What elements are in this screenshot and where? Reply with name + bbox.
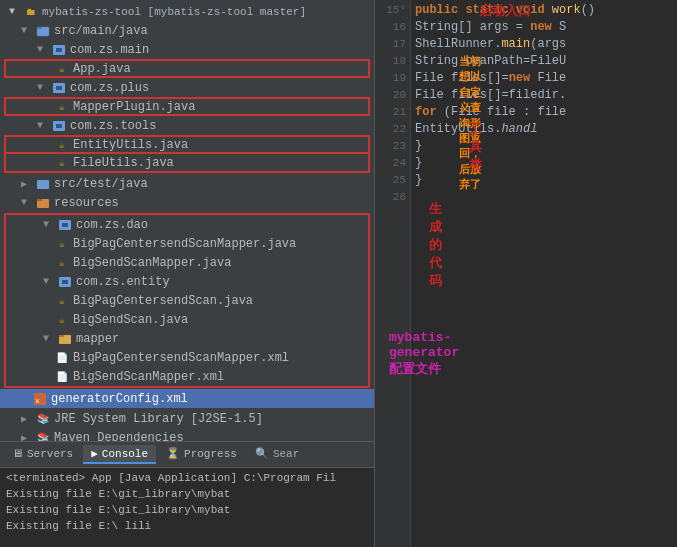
xml-file-icon: 📄 [54, 350, 70, 366]
tree-item-maven-deps[interactable]: ▶ 📚 Maven Dependencies [0, 428, 374, 441]
console-line-2: Existing file E:\git_library\mybat [6, 488, 368, 504]
console-line-3: Existing file E:\git_library\mybat [6, 504, 368, 520]
tree-item-big-pag-entity[interactable]: ☕ BigPagCentersendScan.java [6, 291, 368, 310]
tree-item-jre-lib[interactable]: ▶ 📚 JRE System Library [J2SE-1.5] [0, 409, 374, 428]
tree-item-big-pag-mapper[interactable]: ☕ BigPagCentersendScanMapper.java [6, 234, 368, 253]
code-line-24: } [415, 155, 673, 172]
code-line-16: String[] args = new S [415, 19, 673, 36]
big-pag-entity-label: BigPagCentersendScan.java [73, 294, 253, 308]
code-line-15: public static void work() [415, 2, 673, 19]
console-line-4: Existing file E:\ lili [6, 520, 368, 536]
code-text: public static void work() String[] args … [411, 0, 677, 547]
expand-icon3: ▼ [32, 80, 48, 96]
project-icon: 🖿 [23, 4, 39, 20]
expand-icon: ▼ [16, 23, 32, 39]
code-line-21: for (File file : file [415, 104, 673, 121]
svg-rect-5 [56, 86, 62, 90]
com-zs-entity-label: com.zs.entity [76, 275, 170, 289]
svg-text:x: x [35, 396, 40, 405]
svg-rect-12 [62, 223, 68, 227]
project-tree[interactable]: ▼ 🖿 mybatis-zs-tool [mybatis-zs-tool mas… [0, 0, 374, 441]
console-output: <terminated> App [Java Application] C:\P… [0, 467, 374, 547]
tab-console[interactable]: ▶ Console [83, 445, 156, 464]
big-send-entity-label: BigSendScan.java [73, 313, 188, 327]
resources-icon [35, 195, 51, 211]
svg-rect-1 [37, 27, 42, 29]
src-main-label: src/main/java [54, 24, 148, 38]
tree-item-com-zs-plus[interactable]: ▼ com.zs.plus [0, 78, 374, 97]
bottom-tabs-bar: 🖥 Servers ▶ Console ⏳ Progress 🔍 Sear [0, 441, 374, 467]
svg-rect-8 [37, 180, 49, 189]
tree-item-big-send-mapper[interactable]: ☕ BigSendScanMapper.java [6, 253, 368, 272]
tree-item-generator-config[interactable]: x generatorConfig.xml [0, 389, 374, 408]
package-icon [51, 42, 67, 58]
big-pag-xml-label: BigPagCentersendScanMapper.xml [73, 351, 289, 365]
xml-file-icon2: 📄 [54, 369, 70, 385]
tree-item-src-test[interactable]: ▶ src/test/java [0, 174, 374, 193]
tab-search-label: Sear [273, 448, 299, 460]
tree-item-com-zs-tools[interactable]: ▼ com.zs.tools [0, 116, 374, 135]
code-line-22: EntityUtils.handl [415, 121, 673, 138]
servers-icon: 🖥 [12, 447, 23, 460]
xml-config-icon: x [32, 391, 48, 407]
src-test-label: src/test/java [54, 177, 148, 191]
tree-item-com-zs-main[interactable]: ▼ com.zs.main [0, 40, 374, 59]
com-zs-plus-label: com.zs.plus [70, 81, 149, 95]
expand-icon6: ▼ [16, 195, 32, 211]
package-icon3 [51, 118, 67, 134]
expand-icon8: ▼ [38, 274, 54, 290]
jre-lib-label: JRE System Library [J2SE-1.5] [54, 412, 263, 426]
code-line-25: } [415, 172, 673, 189]
tree-item-big-send-entity[interactable]: ☕ BigSendScan.java [6, 310, 368, 329]
tree-item-resources[interactable]: ▼ resources [0, 193, 374, 212]
tab-search[interactable]: 🔍 Sear [247, 445, 307, 464]
expand-icon7: ▼ [38, 217, 54, 233]
big-send-mapper-label: BigSendScanMapper.java [73, 256, 231, 270]
svg-rect-7 [56, 124, 62, 128]
tree-item-src-main[interactable]: ▼ src/main/java [0, 21, 374, 40]
jre-lib-icon: 📚 [35, 411, 51, 427]
expand-icon11: ▶ [16, 430, 32, 442]
package-icon4 [57, 217, 73, 233]
tree-item-mapper-plugin[interactable]: ☕ MapperPlugin.java [4, 97, 370, 116]
code-line-26 [415, 189, 673, 206]
expand-icon9: ▼ [38, 331, 54, 347]
svg-rect-16 [59, 335, 64, 337]
big-pag-mapper-label: BigPagCentersendScanMapper.java [73, 237, 296, 251]
svg-rect-3 [56, 48, 62, 52]
tree-item-big-pag-xml[interactable]: 📄 BigPagCentersendScanMapper.xml [6, 348, 368, 367]
svg-rect-10 [37, 199, 42, 201]
tree-item-root[interactable]: ▼ 🖿 mybatis-zs-tool [mybatis-zs-tool mas… [0, 2, 374, 21]
tree-item-com-zs-entity[interactable]: ▼ com.zs.entity [6, 272, 368, 291]
resources-label: resources [54, 196, 119, 210]
tree-item-file-utils[interactable]: ☕ FileUtils.java [4, 154, 370, 173]
expand-icon2: ▼ [32, 42, 48, 58]
console-icon: ▶ [91, 447, 98, 460]
java-file-icon7: ☕ [54, 293, 70, 309]
file-utils-label: FileUtils.java [73, 156, 174, 170]
java-file-icon8: ☕ [54, 312, 70, 328]
src-folder-icon [35, 23, 51, 39]
tree-item-app-java[interactable]: ☕ App.java [4, 59, 370, 78]
tree-item-com-zs-dao[interactable]: ▼ com.zs.dao [6, 215, 368, 234]
java-file-icon4: ☕ [54, 155, 70, 171]
tree-item-big-send-xml[interactable]: 📄 BigSendScanMapper.xml [6, 367, 368, 386]
mapper-folder-icon [57, 331, 73, 347]
code-view: 15° 16 17 18 19 20 21 22 23 24 25 26 pub… [375, 0, 677, 547]
svg-rect-14 [62, 280, 68, 284]
code-line-18: String beanPath=FileU [415, 53, 673, 70]
code-editor-panel: 启动入口 当初想以自定义查询形图返回，后放弃了 工具类 生成的代码 mybati… [375, 0, 677, 547]
tree-item-entity-utils[interactable]: ☕ EntityUtils.java [4, 135, 370, 154]
code-line-23: } [415, 138, 673, 155]
expand-icon4: ▼ [32, 118, 48, 134]
bottom-section: 🖥 Servers ▶ Console ⏳ Progress 🔍 Sear <t… [0, 441, 374, 547]
java-file-icon5: ☕ [54, 236, 70, 252]
java-file-icon3: ☕ [54, 137, 70, 153]
big-send-xml-label: BigSendScanMapper.xml [73, 370, 224, 384]
tree-item-mapper[interactable]: ▼ mapper [6, 329, 368, 348]
tab-servers[interactable]: 🖥 Servers [4, 445, 81, 464]
tab-servers-label: Servers [27, 448, 73, 460]
tab-progress[interactable]: ⏳ Progress [158, 445, 245, 464]
code-line-20: File files[]=filedir. [415, 87, 673, 104]
tab-console-label: Console [102, 448, 148, 460]
